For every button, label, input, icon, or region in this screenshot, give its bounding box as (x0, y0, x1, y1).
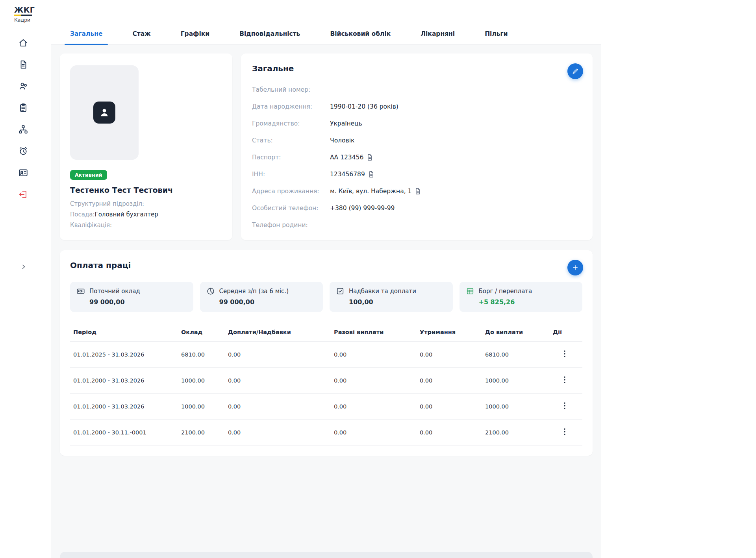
cell-onetime: 0.00 (334, 419, 420, 445)
pie-chart-icon (206, 287, 215, 296)
sidebar-collapse-button[interactable] (19, 262, 28, 272)
tile-label: Надбавки та доплати (349, 288, 416, 295)
header-deductions: Утримання (420, 322, 485, 342)
header-payout: До виплати (485, 322, 553, 342)
field-tab-number: Табельний номер: (252, 81, 582, 98)
row-actions-menu-button[interactable] (563, 401, 567, 411)
tile-value: 100,00 (349, 298, 447, 306)
tab-schedules[interactable]: Графіки (175, 23, 215, 44)
document-icon (18, 59, 28, 70)
logo-text: ЖКГ (14, 6, 35, 14)
field-personal-phone: Особистий телефон: +380 (99) 999-99-99 (252, 200, 582, 216)
add-salary-button[interactable] (567, 260, 583, 275)
address-document-button[interactable] (414, 188, 421, 195)
header-bonuses: Доплати/Надбавки (228, 322, 334, 342)
row-actions-menu-button[interactable] (563, 349, 567, 359)
sidebar-item-timesheet[interactable] (17, 144, 30, 158)
profile-photo-placeholder (70, 65, 139, 160)
field-address: Адреса проживання: м. Київ, вул. Набержн… (252, 183, 582, 200)
person-icon (98, 106, 111, 119)
cell-bonuses: 0.00 (228, 342, 334, 368)
field-citizenship: Громадянство: Українець (252, 115, 582, 132)
sidebar-item-reports[interactable] (17, 101, 30, 115)
cell-deductions: 0.00 (420, 342, 485, 368)
chevron-right-icon (21, 264, 26, 270)
tab-seniority[interactable]: Стаж (127, 23, 156, 44)
tab-sick-leave[interactable]: Лікарняні (415, 23, 460, 44)
position-line: Посада:Головний бухгалтер (70, 209, 222, 220)
edit-button[interactable] (567, 63, 583, 79)
tab-benefits[interactable]: Пільги (479, 23, 513, 44)
sidebar-item-structure[interactable] (17, 123, 30, 136)
kebab-menu-icon (563, 376, 566, 383)
header-salary: Оклад (181, 322, 228, 342)
cell-salary: 1000.00 (181, 394, 228, 419)
row-actions-menu-button[interactable] (563, 375, 567, 385)
cell-bonuses: 0.00 (228, 394, 334, 419)
tile-label: Поточний оклад (89, 288, 140, 295)
tile-label: Середня з/п (за 6 міс.) (219, 288, 289, 295)
cell-onetime: 0.00 (334, 342, 420, 368)
tab-military[interactable]: Військовий облік (324, 23, 396, 44)
header-actions: Дії (553, 322, 582, 342)
position-value: Головний бухгалтер (95, 211, 158, 218)
table-row: 01.01.2000 - 31.03.2026 1000.00 0.00 0.0… (70, 368, 582, 394)
avatar (93, 102, 115, 124)
tab-general[interactable]: Загальне (65, 23, 108, 44)
kebab-menu-icon (563, 402, 566, 409)
sidebar-nav (0, 36, 46, 201)
logout-icon (18, 189, 28, 200)
sidebar-item-documents[interactable] (17, 58, 30, 71)
sidebar-item-home[interactable] (17, 36, 30, 50)
header-period: Період (70, 322, 181, 342)
pencil-icon (572, 68, 579, 75)
tab-bar: Загальне Стаж Графіки Відповідальність В… (51, 23, 601, 45)
tile-debt-overpayment: Борг / переплата +5 825,26 (460, 282, 583, 312)
tile-value: +5 825,26 (479, 298, 576, 306)
tab-responsibility[interactable]: Відповідальність (234, 23, 306, 44)
row-actions-menu-button[interactable] (563, 427, 567, 437)
checkbox-icon (336, 287, 345, 296)
tile-allowances: Надбавки та доплати 100,00 (330, 282, 453, 312)
plus-icon (572, 264, 579, 271)
inn-document-button[interactable] (368, 171, 375, 178)
clipboard-icon (18, 103, 28, 113)
salary-summary-tiles: Поточний оклад 99 000,00 Середня з/п (за… (70, 282, 582, 312)
cell-deductions: 0.00 (420, 394, 485, 419)
document-icon (414, 188, 421, 195)
field-birth-date: Дата народження: 1990-01-20 (36 років) (252, 98, 582, 115)
table-row: 01.01.2025 - 31.03.2026 6810.00 0.00 0.0… (70, 342, 582, 368)
general-info-card: Загальне Табельний номер: (241, 54, 593, 240)
general-card-title: Загальне (252, 64, 582, 73)
cell-payout: 1000.00 (485, 368, 553, 394)
content: Активний Тестенко Тест Тестович Структур… (51, 45, 601, 558)
cell-salary: 6810.00 (181, 342, 228, 368)
cell-deductions: 0.00 (420, 419, 485, 445)
cell-payout: 1000.00 (485, 394, 553, 419)
general-fields: Табельний номер: Дата народження: 1990-0… (252, 81, 582, 233)
employee-name: Тестенко Тест Тестович (70, 186, 222, 194)
id-card-icon (18, 168, 28, 178)
home-icon (18, 38, 28, 48)
salary-card: Оплата праці (60, 250, 593, 456)
passport-document-button[interactable] (366, 154, 373, 161)
tile-average-salary: Середня з/п (за 6 міс.) 99 000,00 (200, 282, 323, 312)
tile-value: 99 000,00 (89, 298, 187, 306)
banknote-icon (76, 287, 85, 296)
sidebar-item-logout[interactable] (17, 188, 30, 201)
table-row: 01.01.2000 - 30.11.-0001 2100.00 0.00 0.… (70, 419, 582, 445)
field-gender: Стать: Чоловік (252, 132, 582, 149)
sidebar-item-positions[interactable] (17, 166, 30, 179)
sidebar: ЖКГ Кадри (0, 0, 51, 558)
kebab-menu-icon (563, 350, 566, 357)
field-family-phone: Телефон родини: (252, 216, 582, 233)
cell-period: 01.01.2000 - 31.03.2026 (70, 394, 181, 419)
field-passport: Паспорт: АА 123456 (252, 149, 582, 166)
alarm-icon (18, 146, 28, 156)
org-chart-icon (18, 124, 28, 135)
header-onetime: Разові виплати (334, 322, 420, 342)
status-badge: Активний (70, 170, 107, 180)
cell-salary: 2100.00 (181, 419, 228, 445)
sidebar-item-employees[interactable] (17, 79, 30, 93)
cell-period: 01.01.2000 - 30.11.-0001 (70, 419, 181, 445)
